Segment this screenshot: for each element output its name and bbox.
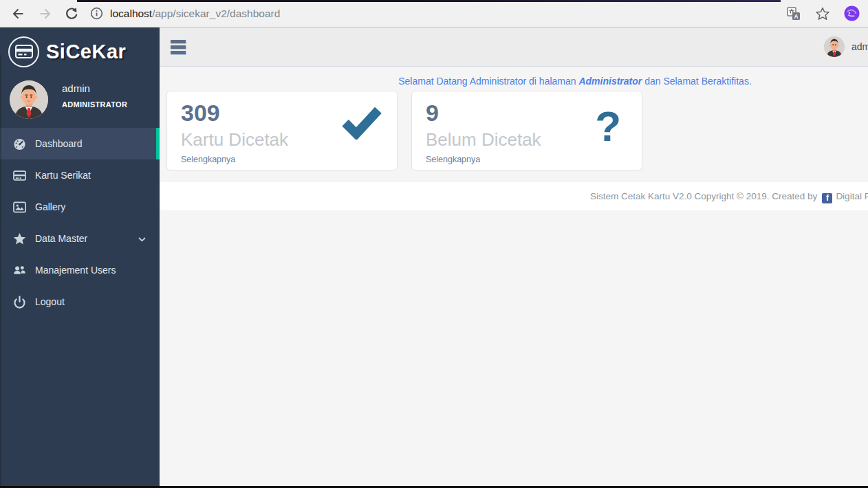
users-icon: [12, 263, 26, 277]
topbar-user-avatar: [824, 36, 845, 57]
reload-icon[interactable]: [63, 5, 80, 22]
sidebar-item-label: Manajement Users: [35, 265, 116, 276]
sidebar-item-manajement-users[interactable]: Manajement Users: [0, 254, 160, 286]
sidebar-item-label: Gallery: [35, 201, 65, 212]
window-top-edge: [77, 0, 781, 2]
welcome-highlight: Administrator: [578, 76, 642, 87]
stat-card-kartu-dicetak: 309 Kartu Dicetak Selengkapnya: [166, 91, 398, 170]
facebook-icon: f: [822, 193, 832, 203]
tachometer-icon: [12, 137, 26, 151]
stat-card-belum-dicetak: 9 Belum Dicetak Selengkapnya ?: [411, 91, 642, 170]
user-avatar: [10, 80, 48, 119]
browser-toolbar: localhost/app/sicekar_v2/dashboard A: [0, 0, 868, 27]
topbar-user-name: admin: [851, 41, 868, 52]
screen: localhost/app/sicekar_v2/dashboard A: [0, 0, 868, 488]
sidebar-item-label: Logout: [35, 296, 65, 307]
power-icon: [12, 295, 26, 309]
topbar-user-menu[interactable]: admin: [824, 36, 868, 57]
extension-icon[interactable]: [843, 5, 860, 22]
brand-card-icon: [8, 36, 39, 67]
sidebar: SiCeKar: [0, 27, 160, 486]
selengkapnya-link[interactable]: Selengkapnya: [181, 155, 235, 164]
brand-name: SiCeKar: [46, 41, 126, 63]
star-icon: [12, 232, 26, 245]
sidebar-item-label: Dashboard: [35, 138, 83, 149]
question-icon: ?: [595, 104, 628, 147]
sidebar-user-panel: admin ADMINISTRATOR: [10, 80, 127, 119]
welcome-message: Selamat Datang Administrator di halaman …: [160, 67, 868, 87]
selengkapnya-link[interactable]: Selengkapnya: [426, 155, 480, 164]
hamburger-menu-icon[interactable]: [171, 40, 186, 56]
translate-icon[interactable]: A: [785, 5, 802, 22]
bookmark-star-icon[interactable]: [814, 5, 831, 22]
check-icon: [340, 104, 383, 142]
main-content: Selamat Datang Administrator di halaman …: [160, 67, 868, 486]
window-left-edge: [0, 55, 1, 488]
url-host: localhost: [110, 8, 152, 19]
page-footer: Sistem Cetak Kartu V2.0 Copyright © 2019…: [160, 182, 868, 210]
footer-text-row: Sistem Cetak Kartu V2.0 Copyright © 2019…: [590, 182, 868, 210]
site-info-icon[interactable]: [88, 5, 105, 22]
image-icon: [12, 200, 26, 214]
sidebar-user-name: admin: [62, 82, 127, 94]
footer-brand-link[interactable]: Digital Project: [836, 191, 868, 201]
sidebar-item-kartu-serikat[interactable]: Kartu Serikat: [0, 159, 160, 191]
sidebar-item-logout[interactable]: Logout: [0, 286, 160, 318]
sidebar-item-label: Kartu Serikat: [35, 170, 91, 181]
back-icon[interactable]: [10, 5, 26, 22]
credit-card-icon: [12, 168, 26, 182]
forward-icon[interactable]: [36, 5, 53, 22]
welcome-prefix: Selamat Datang Administrator di halaman: [398, 76, 578, 87]
brand-logo[interactable]: SiCeKar: [0, 27, 160, 70]
welcome-suffix: dan Selamat Beraktifitas.: [642, 76, 752, 87]
sidebar-menu: Dashboard Kartu Serikat: [0, 128, 160, 318]
topbar: admin: [160, 27, 868, 67]
sidebar-item-label: Data Master: [35, 233, 87, 244]
chevron-down-icon: [138, 233, 146, 244]
url-path: /app/sicekar_v2/dashboard: [152, 8, 280, 19]
app-window: SiCeKar: [0, 27, 868, 486]
sidebar-item-dashboard[interactable]: Dashboard: [0, 128, 160, 159]
sidebar-item-gallery[interactable]: Gallery: [0, 191, 160, 223]
address-bar[interactable]: localhost/app/sicekar_v2/dashboard: [110, 8, 280, 20]
sidebar-item-data-master[interactable]: Data Master: [0, 223, 160, 254]
sidebar-user-role: ADMINISTRATOR: [62, 100, 127, 109]
footer-copyright: Sistem Cetak Kartu V2.0 Copyright © 2019…: [590, 191, 817, 201]
svg-text:A: A: [794, 12, 798, 19]
